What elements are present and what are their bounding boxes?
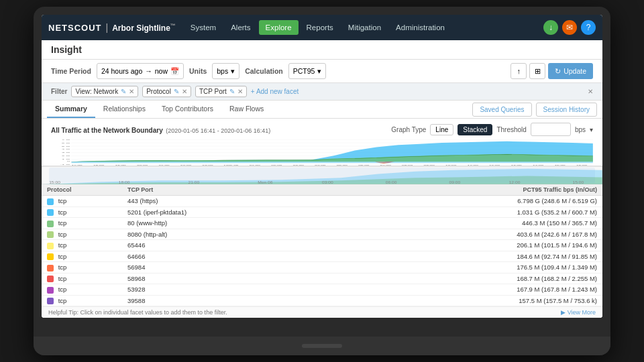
add-facet-link[interactable]: + Add new facet: [251, 88, 299, 95]
traffic-cell: 206.1 M (101.5 M / 194.6 M): [256, 240, 602, 251]
nav-mitigation[interactable]: Mitigation: [341, 20, 388, 35]
tab-summary[interactable]: Summary: [47, 101, 95, 118]
traffic-cell: 403.6 M (242.6 M / 167.8 M): [256, 229, 602, 239]
filter-bar: Filter View: Network ✎ ✕ Protocol ✎ ✕ TC…: [42, 83, 602, 101]
brand-logo: NETSCOUT | Arbor Sightline™: [48, 22, 176, 33]
filter-label: Filter: [51, 88, 67, 95]
protocol-value: tcp: [58, 241, 67, 249]
tab-relationships[interactable]: Relationships: [95, 101, 154, 118]
color-indicator: [47, 253, 54, 260]
svg-text:09:00: 09:00: [449, 180, 460, 184]
svg-text:1 G: 1 G: [62, 158, 70, 160]
nav-alerts[interactable]: Alerts: [224, 20, 257, 35]
svg-text:2 G: 2 G: [62, 155, 70, 156]
upload-icon-btn[interactable]: ↑: [511, 63, 527, 79]
chart-title: All Traffic at the Network Boundary: [51, 127, 163, 134]
color-indicator: [47, 221, 54, 227]
table-row[interactable]: tcp 53928 167.9 M (167.8 M / 1.243 M): [42, 284, 602, 295]
protocol-cell: tcp: [42, 251, 122, 261]
filter-close-icon[interactable]: ✕: [588, 88, 593, 95]
help-icon[interactable]: ?: [581, 20, 596, 35]
protocol-value: tcp: [58, 197, 67, 204]
stacked-button[interactable]: Stacked: [458, 124, 492, 135]
color-indicator: [47, 276, 54, 282]
protocol-value: tcp: [58, 208, 67, 216]
saved-queries-button[interactable]: Saved Queries: [472, 103, 531, 117]
port-cell: 53928: [122, 284, 256, 295]
toolbar: Time Period 24 hours ago → now 📅 Units b…: [42, 60, 602, 83]
edit-icon[interactable]: ✎: [121, 88, 126, 95]
period-from-input[interactable]: 24 hours ago → now 📅: [97, 63, 184, 79]
nav-explore[interactable]: Explore: [259, 20, 299, 35]
table-row[interactable]: tcp 443 (https) 6.798 G (248.6 M / 6.519…: [42, 196, 602, 206]
chart-date-range: (2020-01-05 16:41 - 2020-01-06 16:41): [166, 127, 270, 134]
svg-text:6 G: 6 G: [62, 142, 70, 143]
table-row[interactable]: tcp 58968 168.7 M (168.2 M / 2.255 M): [42, 273, 602, 284]
threshold-input[interactable]: [531, 123, 571, 136]
remove-icon[interactable]: ✕: [182, 88, 187, 95]
chart-section: All Traffic at the Network Boundary (202…: [42, 119, 602, 184]
line-button[interactable]: Line: [430, 124, 453, 135]
table-row[interactable]: tcp 80 (www-http) 446.3 M (150 M / 365.7…: [42, 218, 602, 229]
nav-menu: System Alerts Explore Reports Mitigation…: [184, 20, 451, 35]
col-traffic: PCT95 Traffic bps (In/Out): [256, 184, 602, 196]
traffic-cell: 6.798 G (248.6 M / 6.519 G): [256, 196, 602, 206]
edit-icon[interactable]: ✎: [229, 88, 235, 95]
tab-top-contributors[interactable]: Top Contributors: [154, 101, 221, 118]
email-icon[interactable]: ✉: [562, 20, 577, 35]
dropdown-icon: ▾: [317, 67, 321, 75]
protocol-cell: tcp: [42, 273, 122, 284]
brand-sightline: Arbor Sightline™: [112, 23, 176, 33]
port-cell: 8080 (http-alt): [122, 229, 256, 239]
svg-text:12:00: 12:00: [509, 180, 521, 184]
edit-icon[interactable]: ✎: [174, 88, 179, 95]
bookmark-icon-btn[interactable]: ⊞: [529, 63, 545, 79]
calendar-icon: 📅: [170, 67, 179, 76]
filter-tag-tcpport[interactable]: TCP Port ✎ ✕: [195, 86, 247, 97]
view-more-link[interactable]: ▶ View More: [561, 309, 596, 316]
svg-text:0: 0: [67, 160, 70, 162]
range-selector[interactable]: 15:00 18:00 21:00 Mon 06 03:00 06:00 09:…: [42, 166, 602, 184]
units-select[interactable]: bps ▾: [212, 63, 239, 79]
traffic-cell: 168.7 M (168.2 M / 2.255 M): [256, 273, 602, 284]
nav-administration[interactable]: Administration: [389, 20, 451, 35]
table-row[interactable]: tcp 8080 (http-alt) 403.6 M (242.6 M / 1…: [42, 229, 602, 239]
threshold-label: Threshold: [496, 126, 526, 133]
color-indicator: [47, 198, 54, 205]
port-cell: 5201 (iperf-pktdata1): [122, 206, 256, 217]
filter-tag-network[interactable]: View: Network ✎ ✕: [71, 86, 138, 97]
col-port: TCP Port: [122, 184, 256, 196]
svg-text:7 G: 7 G: [62, 139, 70, 140]
filter-tag-protocol[interactable]: Protocol ✎ ✕: [142, 86, 191, 97]
svg-text:15:00: 15:00: [572, 180, 584, 184]
port-cell: 80 (www-http): [122, 218, 256, 229]
tab-bar: Summary Relationships Top Contributors R…: [42, 101, 602, 119]
protocol-cell: tcp: [42, 196, 122, 206]
period-label: Time Period: [51, 67, 91, 75]
page-content: Insight Time Period 24 hours ago → now 📅…: [42, 40, 602, 318]
protocol-cell: tcp: [42, 229, 122, 239]
table-row[interactable]: tcp 5201 (iperf-pktdata1) 1.031 G (535.2…: [42, 206, 602, 217]
nav-system[interactable]: System: [184, 20, 223, 35]
download-icon[interactable]: ↓: [543, 20, 558, 35]
remove-icon[interactable]: ✕: [237, 88, 243, 95]
traffic-cell: 1.031 G (535.2 M / 600.7 M): [256, 206, 602, 217]
tab-raw-flows[interactable]: Raw Flows: [221, 101, 272, 118]
table-row[interactable]: tcp 65446 206.1 M (101.5 M / 194.6 M): [42, 240, 602, 251]
color-indicator: [47, 243, 54, 249]
port-cell: 56984: [122, 262, 256, 273]
session-history-button[interactable]: Session History: [536, 103, 597, 117]
threshold-dropdown-icon[interactable]: ▾: [590, 126, 593, 133]
color-indicator: [47, 298, 54, 304]
table-row[interactable]: tcp 64666 184.6 M (92.74 M / 91.85 M): [42, 251, 602, 261]
protocol-value: tcp: [58, 231, 67, 238]
table-row[interactable]: tcp 56984 176.5 M (109.4 M / 1.349 M): [42, 262, 602, 273]
traffic-cell: 184.6 M (92.74 M / 91.85 M): [256, 251, 602, 261]
brand-divider: |: [106, 22, 109, 33]
remove-icon[interactable]: ✕: [129, 88, 134, 95]
calc-select[interactable]: PCT95 ▾: [288, 63, 327, 79]
update-button[interactable]: ↻ Update: [548, 63, 593, 79]
nav-reports[interactable]: Reports: [300, 20, 340, 35]
page-title: Insight: [42, 40, 602, 60]
table-row[interactable]: tcp 39588 157.5 M (157.5 M / 753.6 k): [42, 295, 602, 306]
